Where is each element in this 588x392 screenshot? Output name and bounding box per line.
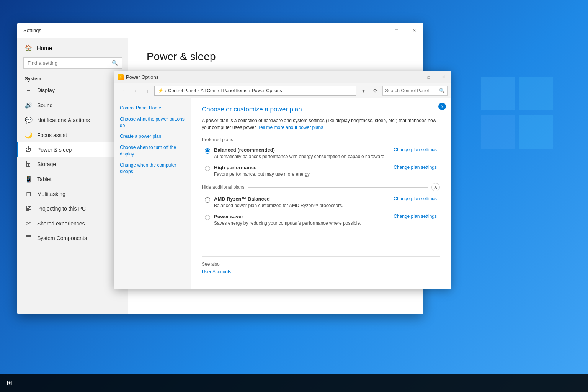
- balanced-change-link[interactable]: Change plan settings: [394, 147, 437, 152]
- high-performance-change-link[interactable]: Change plan settings: [394, 165, 437, 170]
- breadcrumb-part2: All Control Panel Items: [201, 88, 247, 93]
- power-options-titlebar: ⚡ Power Options — □ ✕: [114, 71, 451, 83]
- settings-window-controls: — □ ✕: [370, 23, 423, 38]
- display-icon: 🖥: [25, 87, 32, 94]
- search-icon: 🔍: [112, 60, 118, 66]
- settings-titlebar: Settings — □ ✕: [17, 23, 423, 38]
- preferred-plans-label: Preferred plans: [202, 137, 237, 142]
- additional-plans-toggle[interactable]: ∧: [431, 183, 440, 191]
- sidebar-item-label-power: Power & sleep: [37, 147, 72, 153]
- settings-search-box[interactable]: 🔍: [23, 57, 122, 69]
- power-saver-radio[interactable]: [205, 215, 210, 220]
- power-options-body: Control Panel Home Choose what the power…: [114, 98, 451, 289]
- power-options-main: ? Choose or customize a power plan A pow…: [191, 98, 451, 289]
- amd-balanced-radio[interactable]: [205, 197, 210, 203]
- settings-window-title: Settings: [23, 28, 41, 33]
- high-performance-radio[interactable]: [205, 166, 210, 171]
- power-options-minimize-button[interactable]: —: [407, 71, 421, 83]
- po-sidebar-computer-sleeps[interactable]: Change when the computer sleeps: [114, 160, 191, 177]
- additional-plans-label: Hide additional plans: [202, 185, 248, 190]
- breadcrumb-part3: Power Options: [252, 88, 282, 93]
- home-icon: 🏠: [25, 44, 32, 51]
- sidebar-home-item[interactable]: 🏠 Home: [17, 38, 128, 57]
- settings-maximize-button[interactable]: □: [388, 23, 405, 38]
- balanced-radio[interactable]: [205, 148, 210, 154]
- amd-balanced-plan-desc: Balanced power plan customized for AMD R…: [214, 203, 394, 208]
- po-description-link[interactable]: Tell me more about power plans: [258, 125, 323, 130]
- help-button[interactable]: ?: [438, 103, 446, 110]
- power-options-close-button[interactable]: ✕: [436, 71, 451, 83]
- settings-search-input[interactable]: [28, 60, 109, 66]
- sidebar-item-shared[interactable]: ✂ Shared experiences: [17, 216, 128, 231]
- sidebar-item-notifications[interactable]: 💬 Notifications & actions: [17, 113, 128, 127]
- additional-plans-section: Hide additional plans ∧ AMD Ryzen™ Balan…: [202, 183, 440, 226]
- settings-sidebar: 🏠 Home 🔍 System 🖥 Display 🔊 Sound 💬 Noti…: [17, 38, 128, 314]
- focus-icon: 🌙: [25, 131, 32, 139]
- see-also-section: See also User Accounts: [202, 256, 440, 274]
- sidebar-item-components[interactable]: 🗔 System Components: [17, 231, 128, 245]
- sidebar-item-label-components: System Components: [37, 235, 87, 241]
- sidebar-item-multitasking[interactable]: ⊟ Multitasking: [17, 186, 128, 201]
- po-sidebar-turn-off-display[interactable]: Choose when to turn off the display: [114, 142, 191, 160]
- settings-close-button[interactable]: ✕: [405, 23, 423, 38]
- storage-icon: 🗄: [25, 161, 32, 168]
- power-options-window: ⚡ Power Options — □ ✕ ‹ › ↑ ⚡ › Control …: [114, 71, 451, 289]
- power-options-title: Power Options: [126, 74, 158, 80]
- power-options-search-input[interactable]: [385, 88, 438, 93]
- power-options-window-controls: — □ ✕: [407, 71, 451, 83]
- sidebar-item-tablet[interactable]: 📱 Tablet: [17, 172, 128, 186]
- preferred-plans-section: Preferred plans Balanced (recommended) A…: [202, 137, 440, 177]
- sound-icon: 🔊: [25, 101, 32, 109]
- high-performance-plan-info: High performance Favors performance, but…: [214, 165, 394, 177]
- address-breadcrumb[interactable]: ⚡ › Control Panel › All Control Panel It…: [154, 86, 356, 96]
- sidebar-item-focus[interactable]: 🌙 Focus assist: [17, 127, 128, 142]
- high-performance-plan-name: High performance: [214, 165, 394, 170]
- windows-logo-decoration: [481, 77, 557, 191]
- nav-forward-button[interactable]: ›: [130, 85, 140, 96]
- preferred-plans-divider: [237, 140, 440, 140]
- sidebar-item-power[interactable]: ⏻ Power & sleep: [17, 142, 128, 157]
- sidebar-system-label: System: [17, 73, 128, 83]
- breadcrumb-sep3: ›: [249, 88, 250, 93]
- po-sidebar-control-panel-home[interactable]: Control Panel Home: [114, 103, 191, 114]
- breadcrumb-icon: ⚡: [158, 88, 163, 93]
- breadcrumb-part1: Control Panel: [168, 88, 196, 93]
- amd-balanced-plan-name: AMD Ryzen™ Balanced: [214, 196, 394, 202]
- sidebar-item-label-display: Display: [37, 87, 55, 93]
- power-options-maximize-button[interactable]: □: [421, 71, 436, 83]
- nav-up-button[interactable]: ↑: [142, 85, 153, 96]
- sidebar-item-label-multitasking: Multitasking: [37, 191, 65, 197]
- power-saver-plan-name: Power saver: [214, 214, 394, 219]
- balanced-plan-desc: Automatically balances performance with …: [214, 154, 394, 159]
- start-button[interactable]: ⊞: [0, 374, 18, 392]
- power-saver-plan-item: Power saver Saves energy by reducing you…: [202, 214, 440, 226]
- sidebar-item-sound[interactable]: 🔊 Sound: [17, 98, 128, 113]
- po-search-icon: 🔍: [439, 88, 445, 93]
- preferred-plans-header: Preferred plans: [202, 137, 440, 142]
- sidebar-home-label: Home: [37, 45, 52, 51]
- sidebar-item-label-tablet: Tablet: [37, 176, 51, 182]
- amd-balanced-change-link[interactable]: Change plan settings: [394, 196, 437, 201]
- breadcrumb-sep1: ›: [165, 88, 167, 93]
- sidebar-item-label-projecting: Projecting to this PC: [37, 206, 86, 212]
- nav-refresh-button[interactable]: ⟳: [370, 85, 381, 96]
- shared-icon: ✂: [25, 220, 32, 227]
- power-saver-change-link[interactable]: Change plan settings: [394, 214, 437, 219]
- tablet-icon: 📱: [25, 175, 32, 183]
- settings-minimize-button[interactable]: —: [370, 23, 388, 38]
- po-sidebar-power-buttons[interactable]: Choose what the power buttons do: [114, 114, 191, 131]
- nav-dropdown-button[interactable]: ▾: [358, 85, 369, 96]
- page-title: Power & sleep: [147, 51, 405, 63]
- sidebar-item-display[interactable]: 🖥 Display: [17, 83, 128, 98]
- power-icon: ⏻: [25, 146, 32, 153]
- sidebar-item-label-focus: Focus assist: [37, 132, 67, 138]
- sidebar-item-projecting[interactable]: 📽 Projecting to this PC: [17, 201, 128, 216]
- power-options-search-box[interactable]: 🔍: [382, 86, 448, 96]
- po-sidebar-create-plan[interactable]: Create a power plan: [114, 131, 191, 142]
- taskbar: ⊞: [0, 374, 588, 392]
- nav-back-button[interactable]: ‹: [118, 85, 128, 96]
- components-icon: 🗔: [25, 235, 32, 242]
- po-description: A power plan is a collection of hardware…: [202, 117, 440, 131]
- user-accounts-link[interactable]: User Accounts: [202, 269, 440, 274]
- sidebar-item-storage[interactable]: 🗄 Storage: [17, 157, 128, 172]
